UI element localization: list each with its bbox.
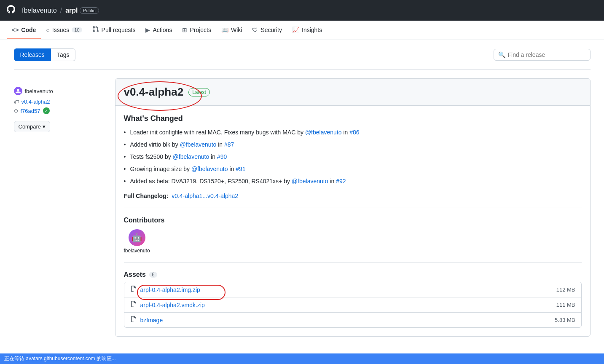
pr-link-2[interactable]: #90 [217, 153, 227, 160]
pr-link-3[interactable]: #91 [236, 166, 245, 172]
changelog-list: Loader init configfile with real MAC. Fi… [124, 128, 582, 186]
breadcrumb: fbelavenuto / arpl Public [22, 7, 99, 14]
assets-title: Assets [124, 271, 146, 278]
asset-link-1[interactable]: arpl-0.4-alpha2.vmdk.zip [140, 302, 205, 308]
repo-link[interactable]: arpl [65, 7, 78, 14]
assets-header: Assets 6 [124, 271, 582, 278]
search-icon: 🔍 [498, 51, 505, 58]
contributor-avatar: 🤖 [129, 229, 145, 246]
find-release-input[interactable] [508, 51, 586, 58]
author-link-0[interactable]: @fbelavenuto [305, 129, 342, 136]
changelog-text-3: Growing image size by @fbelavenuto in #9… [130, 165, 245, 174]
changelog-text-1: Added virtio blk by @fbelavenuto in #87 [130, 140, 234, 149]
nav-item-security[interactable]: 🛡 Security [247, 21, 287, 39]
author-link-1[interactable]: @fbelavenuto [180, 141, 217, 148]
releases-content: fbelavenuto 🏷 v0.4-alpha2 ⊙ f76ad57 ✓ Co… [14, 78, 591, 337]
header: fbelavenuto / arpl Public [0, 0, 604, 21]
nav-item-actions[interactable]: ▶ Actions [140, 21, 177, 39]
compare-label: Compare [19, 123, 41, 130]
full-changelog: Full Changelog: v0.4-alpha1...v0.4-alpha… [124, 193, 582, 199]
nav-item-insights[interactable]: 📈 Insights [287, 21, 327, 39]
author-name: fbelavenuto [25, 88, 53, 94]
nav-label-issues: Issues [52, 27, 69, 33]
asset-link-0[interactable]: arpl-0.4-alpha2.img.zip [140, 286, 200, 293]
commit-icon: ⊙ [14, 108, 18, 114]
github-logo [7, 5, 15, 16]
list-item: Added virtio blk by @fbelavenuto in #87 [124, 140, 582, 149]
author-link-3[interactable]: @fbelavenuto [191, 166, 228, 172]
sidebar-tag: 🏷 v0.4-alpha2 [14, 99, 105, 105]
asset-item-left-2: bzImage [130, 316, 163, 324]
tab-tags[interactable]: Tags [51, 48, 76, 61]
full-changelog-label: Full Changelog: [124, 193, 169, 199]
nav-label-code: Code [21, 27, 36, 33]
sidebar-commit-link[interactable]: f76ad57 [21, 108, 40, 114]
nav-label-projects: Projects [190, 27, 211, 33]
nav-item-code[interactable]: <> Code [7, 21, 41, 39]
asset-size-1: 111 MB [556, 302, 575, 308]
pr-link-4[interactable]: #92 [336, 178, 346, 185]
full-changelog-link[interactable]: v0.4-alpha1...v0.4-alpha2 [172, 193, 238, 199]
author-avatar [14, 87, 22, 95]
release-version: v0.4-alpha2 [124, 86, 184, 98]
changelog-text-4: Added as beta: DVA3219, DS1520+, FS2500,… [130, 177, 346, 186]
zip-icon-0 [130, 286, 137, 294]
nav-label-prs: Pull requests [102, 27, 136, 33]
nav-label-insights: Insights [302, 27, 322, 33]
verified-icon: ✓ [43, 107, 50, 114]
release-body: What's Changed Loader init configfile wi… [115, 106, 590, 336]
sidebar-author: fbelavenuto [14, 87, 105, 95]
find-release-container: 🔍 [494, 49, 591, 61]
contributors-list: 🤖 fbelavenuto [124, 229, 582, 254]
asset-item-left-0: arpl-0.4-alpha2.img.zip [130, 286, 200, 294]
pr-link-1[interactable]: #87 [224, 141, 234, 148]
zip-icon-2 [130, 316, 137, 324]
contributors-title: Contributors [124, 217, 582, 224]
asset-item-left-1: arpl-0.4-alpha2.vmdk.zip [130, 301, 205, 309]
nav-label-actions: Actions [153, 27, 172, 33]
list-item: Tests fs2500 by @fbelavenuto in #90 [124, 153, 582, 161]
release-sidebar: fbelavenuto 🏷 v0.4-alpha2 ⊙ f76ad57 ✓ Co… [14, 78, 115, 337]
tab-releases[interactable]: Releases [14, 48, 51, 61]
wiki-icon: 📖 [221, 27, 228, 33]
assets-count-badge: 6 [149, 272, 157, 278]
asset-size-2: 5.83 MB [555, 317, 575, 323]
list-item: Loader init configfile with real MAC. Fi… [124, 128, 582, 137]
nav-item-projects[interactable]: ⊞ Projects [177, 21, 216, 39]
breadcrumb-separator: / [60, 7, 62, 14]
tab-buttons: Releases Tags [14, 48, 76, 61]
divider-1 [124, 208, 582, 208]
nav-item-wiki[interactable]: 📖 Wiki [216, 21, 247, 39]
asset-item-2: bzImage 5.83 MB [124, 313, 581, 327]
list-item: Added as beta: DVA3219, DS1520+, FS2500,… [124, 177, 582, 186]
changelog-text-0: Loader init configfile with real MAC. Fi… [130, 128, 359, 137]
nav-label-security: Security [260, 27, 282, 33]
author-link-2[interactable]: @fbelavenuto [173, 153, 209, 160]
repo-nav: <> Code ○ Issues 10 Pull requests ▶ Acti… [0, 21, 604, 40]
compare-button[interactable]: Compare ▾ [14, 121, 50, 132]
nav-label-wiki: Wiki [231, 27, 242, 33]
nav-item-issues[interactable]: ○ Issues 10 [41, 21, 87, 39]
zip-icon-1 [130, 301, 137, 309]
asset-size-0: 112 MB [556, 286, 575, 293]
issues-badge: 10 [72, 27, 82, 32]
contributor-name: fbelavenuto [124, 248, 150, 254]
owner-link[interactable]: fbelavenuto [22, 7, 57, 14]
contributor-item: 🤖 fbelavenuto [124, 229, 150, 254]
tag-icon: 🏷 [14, 99, 19, 105]
pr-link-0[interactable]: #86 [349, 129, 359, 136]
nav-item-pull-requests[interactable]: Pull requests [87, 21, 141, 40]
asset-link-2[interactable]: bzImage [140, 317, 163, 324]
projects-icon: ⊞ [182, 27, 187, 33]
compare-chevron-icon: ▾ [43, 123, 46, 130]
release-main-panel: v0.4-alpha2 Latest What's Changed Loader… [115, 78, 591, 337]
releases-header: Releases Tags 🔍 [14, 48, 591, 61]
insights-icon: 📈 [292, 27, 299, 33]
list-item: Growing image size by @fbelavenuto in #9… [124, 165, 582, 174]
sidebar-tag-link[interactable]: v0.4-alpha2 [21, 99, 50, 105]
assets-list: arpl-0.4-alpha2.img.zip 112 MB arpl-0.4-… [124, 282, 582, 328]
author-link-4[interactable]: @fbelavenuto [292, 178, 328, 185]
sidebar-commit: ⊙ f76ad57 ✓ [14, 107, 105, 114]
whats-changed-title: What's Changed [124, 114, 582, 123]
security-icon: 🛡 [252, 27, 258, 33]
